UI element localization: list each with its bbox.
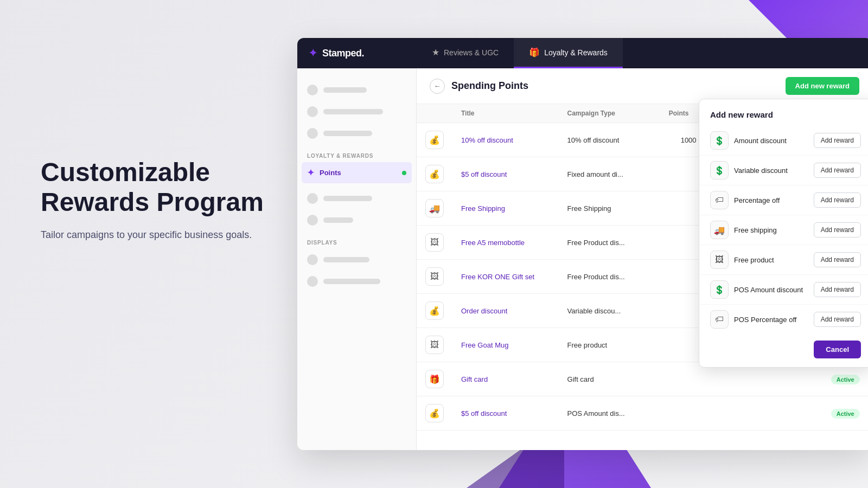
tab-loyalty[interactable]: 🎁 Loyalty & Rewards	[514, 38, 623, 68]
add-reward-dropdown: Add new reward 💲 Amount discount Add rew…	[699, 99, 868, 368]
reward-option-free_shipping: 🚚 Free shipping Add reward	[699, 215, 868, 245]
row-campaign-cell: Variable discou...	[559, 294, 660, 328]
add-reward-button-percentage_off[interactable]: Add reward	[814, 192, 861, 208]
active-dot	[402, 171, 406, 175]
tab-reviews-label: Reviews & UGC	[444, 48, 499, 57]
reward-option-free_product: 🖼 Free product Add reward	[699, 245, 868, 275]
reward-option-pos_percentage_off: 🏷 POS Percentage off Add reward	[699, 305, 868, 334]
skel-bar	[323, 279, 380, 284]
reward-option-left: 🚚 Free shipping	[710, 221, 777, 239]
skel-circle	[307, 254, 318, 265]
add-reward-button-free_product[interactable]: Add reward	[814, 252, 861, 267]
reward-option-percentage_off: 🏷 Percentage off Add reward	[699, 185, 868, 215]
row-title-link[interactable]: $5 off discount	[461, 409, 507, 418]
hero-section: Customizable Rewards Program Tailor camp…	[41, 157, 269, 242]
page-header-left: ← Spending Points	[430, 79, 528, 94]
row-campaign-cell: Free Product dis...	[559, 226, 660, 260]
row-title-link[interactable]: Free Goat Mug	[461, 341, 508, 349]
add-reward-button-pos_amount_discount[interactable]: Add reward	[814, 282, 861, 297]
row-icon-cell: 💰	[417, 294, 452, 328]
tab-reviews[interactable]: ★ Reviews & UGC	[417, 38, 514, 68]
row-title-link[interactable]: Free Shipping	[461, 204, 505, 213]
row-campaign-cell: Gift card	[559, 362, 660, 396]
row-title-cell: $5 off discount	[452, 157, 559, 191]
skeleton-6	[297, 249, 416, 271]
reward-option-left: 💲 POS Amount discount	[710, 280, 803, 299]
row-icon: 💰	[425, 131, 444, 149]
dropdown-title: Add new reward	[699, 110, 868, 126]
th-title: Title	[452, 104, 559, 123]
row-title-cell: Free Goat Mug	[452, 328, 559, 362]
row-title-link[interactable]: Free A5 memobottle	[461, 239, 525, 247]
sidebar-section-displays: DISPLAYS	[297, 231, 416, 249]
dropdown-cancel-row: Cancel	[699, 334, 868, 358]
sidebar-section-loyalty: LOYALTY & REWARDS	[297, 144, 416, 162]
row-icon-cell: 🎁	[417, 362, 452, 396]
th-icon	[417, 104, 452, 123]
add-new-reward-button[interactable]: Add new reward	[786, 77, 859, 95]
status-badge: Active	[831, 375, 860, 384]
cancel-button[interactable]: Cancel	[814, 341, 861, 358]
row-title-link[interactable]: Gift card	[461, 375, 488, 383]
row-campaign-cell: Fixed amount di...	[559, 157, 660, 191]
add-reward-button-variable_discount[interactable]: Add reward	[814, 163, 861, 178]
top-nav: ✦ Stamped. ★ Reviews & UGC 🎁 Loyalty & R…	[297, 38, 868, 68]
skel-circle	[307, 193, 318, 204]
row-icon: 🖼	[425, 336, 444, 354]
reward-icon: 🏷	[710, 310, 729, 329]
row-icon: 💰	[425, 165, 444, 183]
skel-bar	[323, 196, 372, 201]
nav-tabs: ★ Reviews & UGC 🎁 Loyalty & Rewards	[417, 38, 623, 68]
row-title-link[interactable]: $5 off discount	[461, 170, 507, 178]
row-title-link[interactable]: Order discount	[461, 307, 507, 315]
row-icon-cell: 🚚	[417, 191, 452, 226]
reward-icon: 💲	[710, 131, 729, 150]
skel-circle	[307, 106, 318, 117]
reward-name: POS Amount discount	[734, 286, 803, 294]
reward-icon: 💲	[710, 161, 729, 179]
reward-option-left: 🏷 POS Percentage off	[710, 310, 796, 329]
row-title-link[interactable]: 10% off discount	[461, 136, 513, 144]
row-icon-cell: 💰	[417, 123, 452, 157]
table-row: 💰 $5 off discount POS Amount dis... Acti…	[417, 396, 868, 431]
row-status-cell: Active	[818, 396, 868, 431]
reward-option-left: 🖼 Free product	[710, 251, 774, 269]
reward-option-left: 🏷 Percentage off	[710, 191, 780, 209]
status-badge: Active	[831, 409, 860, 419]
row-title-link[interactable]: Free KOR ONE Gift set	[461, 273, 534, 281]
points-label: Points	[320, 169, 341, 177]
skeleton-3	[297, 123, 416, 144]
row-icon-cell: 🖼	[417, 260, 452, 294]
skeleton-1	[297, 79, 416, 101]
th-campaign: Campaign Type	[559, 104, 660, 123]
page-title: Spending Points	[451, 80, 528, 92]
add-reward-button-free_shipping[interactable]: Add reward	[814, 222, 861, 237]
row-title-cell: 10% off discount	[452, 123, 559, 157]
row-campaign-cell: Free Shipping	[559, 191, 660, 226]
row-icon: 💰	[425, 301, 444, 320]
row-icon-cell: 🖼	[417, 328, 452, 362]
reward-name: Free shipping	[734, 226, 777, 234]
add-reward-button-amount_discount[interactable]: Add reward	[814, 133, 861, 148]
hero-subtitle: Tailor campaigns to your specific busine…	[41, 228, 269, 242]
row-title-cell: $5 off discount	[452, 396, 559, 431]
reward-option-variable_discount: 💲 Variable discount Add reward	[699, 156, 868, 185]
reward-icon: 🖼	[710, 251, 729, 269]
reward-icon: 💲	[710, 280, 729, 299]
skeleton-5	[297, 209, 416, 231]
row-title-cell: Free A5 memobottle	[452, 226, 559, 260]
back-button[interactable]: ←	[430, 79, 445, 94]
sidebar-item-points[interactable]: ✦ Points	[302, 162, 412, 183]
reward-icon: 🚚	[710, 221, 729, 239]
reward-name: POS Percentage off	[734, 316, 796, 324]
back-icon: ←	[434, 82, 441, 90]
logo-text: Stamped.	[322, 48, 364, 59]
row-icon-cell: 🖼	[417, 226, 452, 260]
skel-bar	[323, 257, 369, 262]
logo-area: ✦ Stamped.	[297, 46, 417, 60]
row-title-cell: Order discount	[452, 294, 559, 328]
row-title-cell: Gift card	[452, 362, 559, 396]
row-title-cell: Free Shipping	[452, 191, 559, 226]
reward-option-amount_discount: 💲 Amount discount Add reward	[699, 126, 868, 156]
add-reward-button-pos_percentage_off[interactable]: Add reward	[814, 312, 861, 327]
